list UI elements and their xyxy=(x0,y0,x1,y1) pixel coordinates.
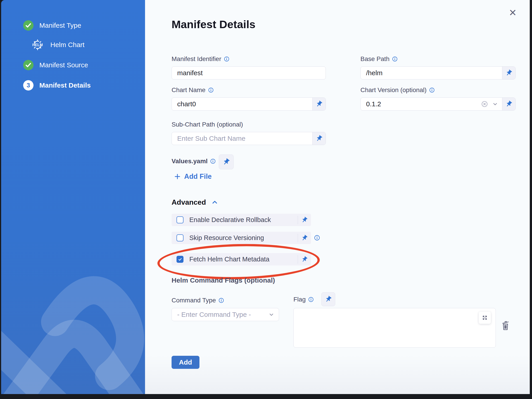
sidebar-step-manifest-source[interactable]: Manifest Source xyxy=(23,60,88,70)
helm-wheel-icon: HELM xyxy=(31,38,44,52)
info-icon[interactable] xyxy=(314,235,320,241)
chart-name-field xyxy=(171,98,326,111)
info-icon[interactable] xyxy=(208,87,214,93)
chevron-up-icon xyxy=(211,199,219,206)
base-path-input[interactable] xyxy=(361,67,502,79)
chart-version-label: Chart Version (optional) xyxy=(361,86,435,94)
screenshot-frame: Manifest Type HELM Helm Chart xyxy=(0,0,532,399)
pin-icon xyxy=(316,135,323,142)
add-file-button[interactable]: Add File xyxy=(174,172,212,181)
chart-name-label: Chart Name xyxy=(171,86,214,94)
command-type-select[interactable]: - Enter Command Type - xyxy=(171,308,279,321)
trash-icon xyxy=(500,320,511,331)
wizard-sidebar: Manifest Type HELM Helm Chart xyxy=(1,0,145,394)
fetch-metadata-pin-button[interactable] xyxy=(298,256,311,263)
pin-icon xyxy=(316,100,323,108)
checkbox-label: Skip Resource Versioning xyxy=(189,234,264,242)
info-icon[interactable] xyxy=(219,298,224,303)
label-text: Command Type xyxy=(171,297,216,304)
info-icon[interactable] xyxy=(210,158,216,164)
info-icon[interactable] xyxy=(392,56,398,62)
brand-watermark xyxy=(1,250,145,394)
sidebar-item-label: Helm Chart xyxy=(50,41,85,49)
values-yaml-pin-button[interactable] xyxy=(219,154,234,169)
manifest-details-panel: ✕ Manifest Details Manifest Identifier B… xyxy=(145,0,530,394)
base-path-field xyxy=(361,66,516,79)
label-text: Chart Version (optional) xyxy=(361,86,427,94)
skip-resource-versioning-checkbox[interactable] xyxy=(177,234,184,241)
label-text: Chart Name xyxy=(171,86,206,94)
info-icon[interactable] xyxy=(308,297,314,302)
sidebar-step-label: Manifest Type xyxy=(39,22,81,29)
chevron-down-icon xyxy=(268,312,274,317)
check-icon xyxy=(178,257,182,262)
sub-chart-path-pin-button[interactable] xyxy=(312,132,326,145)
manifest-identifier-input[interactable] xyxy=(172,67,326,79)
label-text: Flag xyxy=(293,296,306,303)
enable-declarative-rollback-checkbox[interactable] xyxy=(177,216,184,223)
checkbox-label: Fetch Helm Chart Metadata xyxy=(189,255,269,263)
fetch-helm-chart-metadata-row: Fetch Helm Chart Metadata xyxy=(171,253,311,265)
sidebar-step-manifest-type[interactable]: Manifest Type xyxy=(23,20,81,31)
sidebar-step-label: Manifest Details xyxy=(39,82,91,89)
flag-pin-button[interactable] xyxy=(321,292,335,306)
advanced-section-toggle[interactable]: Advanced xyxy=(171,198,219,206)
chart-name-input[interactable] xyxy=(172,98,312,110)
page-title: Manifest Details xyxy=(171,18,255,31)
pin-icon xyxy=(301,217,308,223)
sub-chart-path-field xyxy=(171,132,326,145)
command-type-label: Command Type xyxy=(171,297,224,304)
enable-declarative-rollback-row: Enable Declarative Rollback xyxy=(171,214,311,226)
skip-versioning-pin-button[interactable] xyxy=(298,235,311,241)
svg-text:HELM: HELM xyxy=(32,43,43,47)
rollback-pin-button[interactable] xyxy=(298,217,311,223)
pin-icon xyxy=(325,296,332,303)
close-icon[interactable]: ✕ xyxy=(509,8,517,18)
label-text: Sub-Chart Path (optional) xyxy=(171,121,243,128)
sidebar-step-manifest-details[interactable]: 3 Manifest Details xyxy=(23,80,91,91)
sub-chart-path-input[interactable] xyxy=(172,132,312,145)
step-number-badge: 3 xyxy=(23,80,33,91)
chart-version-input[interactable] xyxy=(361,98,477,110)
checkbox-label: Enable Declarative Rollback xyxy=(189,216,271,224)
info-icon[interactable] xyxy=(224,56,229,62)
pin-icon xyxy=(505,69,513,77)
pin-icon xyxy=(301,256,308,263)
skip-resource-versioning-row: Skip Resource Versioning xyxy=(171,232,311,244)
check-circle-icon xyxy=(23,20,33,31)
info-icon[interactable] xyxy=(429,87,435,93)
fetch-helm-chart-metadata-checkbox[interactable] xyxy=(177,256,184,263)
delete-flag-button[interactable] xyxy=(500,320,511,331)
add-button[interactable]: Add xyxy=(171,356,199,369)
chart-version-pin-button[interactable] xyxy=(502,98,515,110)
flag-textarea[interactable] xyxy=(293,308,496,348)
add-file-label: Add File xyxy=(184,172,212,181)
advanced-label: Advanced xyxy=(171,198,206,206)
label-text: Manifest Identifier xyxy=(171,55,221,63)
manifest-identifier-label: Manifest Identifier xyxy=(171,55,229,63)
label-text: Base Path xyxy=(361,55,389,63)
sidebar-step-label: Manifest Source xyxy=(39,61,88,69)
sub-chart-path-label: Sub-Chart Path (optional) xyxy=(171,121,243,128)
base-path-pin-button[interactable] xyxy=(502,67,515,79)
pin-icon xyxy=(505,100,513,108)
values-yaml-label: Values.yaml xyxy=(171,158,216,165)
base-path-label: Base Path xyxy=(361,55,398,63)
chart-version-controls xyxy=(477,98,502,110)
label-text: Values.yaml xyxy=(171,158,208,165)
expand-icon xyxy=(482,314,488,321)
plus-icon xyxy=(174,173,181,180)
chevron-down-icon[interactable] xyxy=(492,101,498,107)
check-circle-icon xyxy=(23,60,33,70)
expand-editor-button[interactable] xyxy=(479,312,491,324)
select-placeholder: - Enter Command Type - xyxy=(177,311,268,318)
pin-icon xyxy=(301,235,308,241)
clear-icon[interactable] xyxy=(481,100,488,108)
flag-label: Flag xyxy=(293,296,314,303)
chart-version-field xyxy=(361,98,516,111)
helm-command-flags-label: Helm Command Flags (optional) xyxy=(171,276,275,284)
chart-name-pin-button[interactable] xyxy=(312,98,326,110)
pin-icon xyxy=(222,158,230,166)
manifest-wizard-dialog: Manifest Type HELM Helm Chart xyxy=(1,0,530,394)
sidebar-item-helm-chart[interactable]: HELM Helm Chart xyxy=(31,38,85,52)
